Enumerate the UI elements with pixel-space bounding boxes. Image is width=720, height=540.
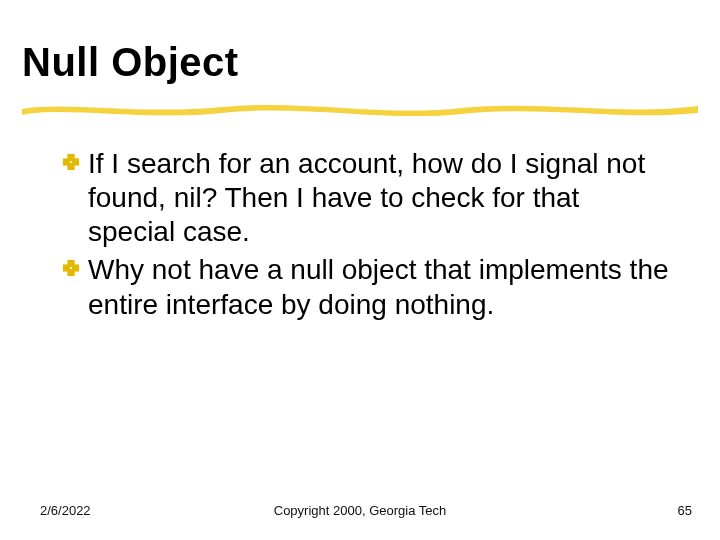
footer-copyright: Copyright 2000, Georgia Tech xyxy=(0,503,720,518)
svg-rect-7 xyxy=(67,269,74,276)
bullet-text: Why not have a null object that implemen… xyxy=(88,254,669,319)
svg-rect-6 xyxy=(67,260,74,267)
slide-body: If I search for an account, how do I sig… xyxy=(22,147,690,322)
brush-underline-icon xyxy=(22,97,698,119)
slide: Null Object If I search for an account, … xyxy=(0,0,720,540)
svg-rect-3 xyxy=(67,163,74,170)
svg-rect-2 xyxy=(67,154,74,161)
bullet-icon xyxy=(62,153,80,171)
bullet-text: If I search for an account, how do I sig… xyxy=(88,148,645,247)
slide-title: Null Object xyxy=(22,40,239,85)
bullet-icon xyxy=(62,259,80,277)
title-row: Null Object xyxy=(22,40,690,85)
bullet-item: If I search for an account, how do I sig… xyxy=(62,147,670,249)
title-underline xyxy=(22,97,690,119)
slide-footer: 2/6/2022 Copyright 2000, Georgia Tech 65 xyxy=(0,503,720,518)
bullet-item: Why not have a null object that implemen… xyxy=(62,253,670,321)
